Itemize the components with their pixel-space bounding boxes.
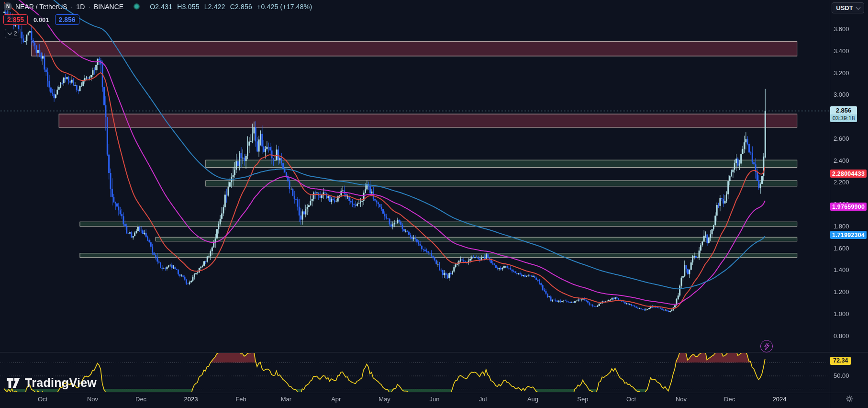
spread-value: 0.001 xyxy=(31,15,52,24)
symbol-logo-icon: N xyxy=(4,2,12,11)
sell-button[interactable]: 2.855 xyxy=(3,14,28,25)
tradingview-watermark[interactable]: TradingView xyxy=(6,376,97,390)
time-tick: 2024 xyxy=(765,396,794,403)
last-price-label: 2.856 03:39:18 xyxy=(830,106,857,122)
legend-separator: · xyxy=(88,3,90,11)
price-tick: 1.600 xyxy=(834,245,865,252)
tradingview-brand-text: TradingView xyxy=(25,376,97,390)
ohlc-high: H3.055 xyxy=(177,3,199,11)
price-tick: 1.400 xyxy=(834,266,865,273)
tradingview-chart-window: N NEAR / TetherUS · 1D · BINANCE O2.431 … xyxy=(0,0,868,408)
time-tick: Nov xyxy=(667,396,696,403)
chevron-down-icon xyxy=(8,31,12,35)
ohlc-change: +0.425 (+17.48%) xyxy=(257,3,312,11)
currency-label: USDT xyxy=(836,4,853,11)
ohlc-low: L2.422 xyxy=(204,3,225,11)
price-tick: 1.800 xyxy=(834,223,865,230)
price-tick: 1.200 xyxy=(834,288,865,295)
price-tick: 2.200 xyxy=(834,179,865,186)
time-tick: Oct xyxy=(28,396,57,403)
price-tick: 0.800 xyxy=(834,332,865,340)
time-tick: May xyxy=(370,396,399,403)
price-tick: 3.200 xyxy=(834,69,865,77)
exchange-label[interactable]: BINANCE xyxy=(94,3,123,11)
ohlc-open: O2.431 xyxy=(150,3,172,11)
symbol-legend[interactable]: N NEAR / TetherUS · 1D · BINANCE O2.431 … xyxy=(4,2,312,11)
ohlc-close: C2.856 xyxy=(230,3,252,11)
chevron-down-icon xyxy=(856,5,860,10)
ohlc-values: O2.431 H3.055 L2.422 C2.856 +0.425 (+17.… xyxy=(150,3,312,11)
price-tick: 2.400 xyxy=(834,157,865,164)
ma-price-label: 1.97659900 xyxy=(830,203,867,211)
buy-button[interactable]: 2.856 xyxy=(55,14,79,25)
time-tick: Feb xyxy=(227,396,256,403)
price-tick: 3.000 xyxy=(834,91,865,98)
time-tick: Dec xyxy=(127,396,156,403)
ma-price-label: 1.71992304 xyxy=(830,231,867,239)
time-tick: Apr xyxy=(322,396,350,403)
interval-label[interactable]: 1D xyxy=(76,3,85,11)
market-status-icon xyxy=(134,3,140,10)
time-tick: Aug xyxy=(518,396,547,403)
time-tick: Jul xyxy=(468,396,497,403)
time-tick: Jun xyxy=(420,396,449,403)
price-tick: 1.000 xyxy=(834,310,865,317)
lightning-bolt-icon xyxy=(764,343,770,350)
time-tick: Mar xyxy=(272,396,300,403)
last-price-value: 2.856 xyxy=(830,106,857,114)
bar-countdown: 03:39:18 xyxy=(830,114,857,122)
time-tick: Dec xyxy=(715,396,744,403)
currency-dropdown[interactable]: USDT xyxy=(832,2,864,13)
time-tick: Oct xyxy=(617,396,645,403)
indicators-collapse-button[interactable]: 2 xyxy=(5,29,21,38)
gear-icon[interactable] xyxy=(846,395,853,405)
trade-panel: 2.855 0.001 2.856 xyxy=(3,14,79,25)
price-tick: 2.600 xyxy=(834,135,865,142)
legend-separator: · xyxy=(71,3,73,11)
time-tick: Sep xyxy=(568,396,597,403)
price-tick: 3.400 xyxy=(834,47,865,55)
indicators-count: 2 xyxy=(14,30,17,37)
time-tick: 2023 xyxy=(177,396,205,403)
ma-price-label: 2.28004433 xyxy=(830,170,867,178)
price-tick: 3.600 xyxy=(834,25,865,33)
rsi-mid-tick: 50.00 xyxy=(834,372,849,379)
rsi-value-label: 72.34 xyxy=(830,357,851,365)
lightning-button[interactable] xyxy=(760,340,773,352)
time-tick: Nov xyxy=(78,396,107,403)
tradingview-logo-icon xyxy=(6,376,21,389)
symbol-name[interactable]: NEAR / TetherUS xyxy=(15,3,67,11)
chart-canvas[interactable] xyxy=(0,0,868,408)
